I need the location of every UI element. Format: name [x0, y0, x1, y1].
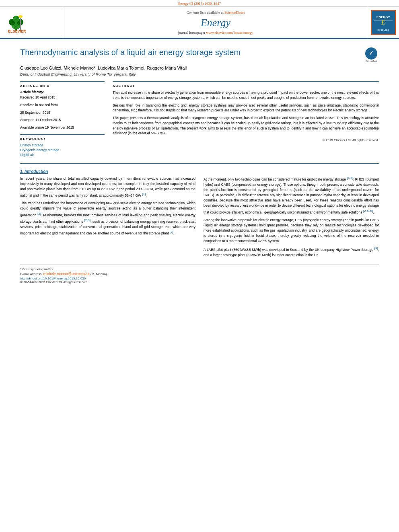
- journal-name: Energy: [201, 17, 230, 29]
- article-history-label: Article history:: [20, 90, 105, 94]
- section1-title: 1. Introduction: [20, 169, 195, 174]
- issn-text: 0360-5442/© 2015 Elsevier Ltd. All right…: [20, 280, 379, 284]
- keyword-3: Liquid air: [20, 153, 105, 157]
- abstract-section: ABSTRACT The rapid increase in the share…: [113, 81, 379, 142]
- keywords-header: Keywords:: [20, 137, 105, 141]
- svg-point-6: [19, 15, 23, 18]
- authors: Giuseppe Leo Guizzi, Michele Manno*, Lud…: [20, 66, 379, 70]
- body-section: 1. Introduction In recent years, the sha…: [20, 169, 379, 261]
- abstract-para-2: Besides their role in balancing the elec…: [113, 103, 379, 113]
- section-divider: [20, 163, 379, 164]
- energy-journal-logo: ENERGY E ELSEVIER: [371, 10, 396, 35]
- sciencedirect-link[interactable]: ScienceDirect: [224, 10, 245, 14]
- svg-text:ELSEVIER: ELSEVIER: [8, 29, 26, 33]
- article-info-header: ARTICLE INFO: [20, 84, 105, 88]
- article-footer: * Corresponding author. E-mail address: …: [20, 265, 379, 284]
- email-line: E-mail address: michele.manno@uniroma2.i…: [20, 272, 379, 276]
- title-row: Thermodynamic analysis of a liquid air e…: [20, 47, 379, 62]
- crossmark-badge[interactable]: ✓ CrossMark: [364, 47, 379, 62]
- abstract-col: ABSTRACT The rapid increase in the share…: [113, 81, 379, 158]
- journal-homepage: journal homepage: www.elsevier.com/locat…: [178, 31, 253, 35]
- body-para-3: At the moment, only two technologies can…: [204, 176, 379, 215]
- received-date: Received 10 April 2015: [20, 95, 105, 100]
- svg-text:ELSEVIER: ELSEVIER: [377, 29, 389, 31]
- crossmark-icon: ✓: [365, 47, 377, 60]
- main-content: Thermodynamic analysis of a liquid air e…: [0, 39, 399, 292]
- journal-top-bar: Energy 93 (2015) 1639–1647: [0, 0, 399, 7]
- energy-logo-container: ENERGY E ELSEVIER: [367, 7, 399, 38]
- corresponding-note: * Corresponding author.: [20, 267, 379, 271]
- svg-point-4: [13, 16, 19, 22]
- abstract-para-1: The rapid increase in the share of elect…: [113, 90, 379, 101]
- elsevier-logo-container: ELSEVIER: [0, 7, 64, 38]
- abstract-para-3: This paper presents a thermodynamic anal…: [113, 115, 379, 136]
- revised-date: 25 September 2015: [20, 110, 105, 115]
- doi-link[interactable]: http://dx.doi.org/10.1016/j.energy.2015.…: [20, 277, 379, 280]
- author-email[interactable]: michele.manno@uniroma2.it: [43, 272, 90, 276]
- available-date: Available online 19 November 2015: [20, 125, 105, 130]
- article-meta-section: ARTICLE INFO Article history: Received 1…: [20, 81, 379, 158]
- keywords-section: Keywords: Energy storage Cryogenic energ…: [20, 134, 105, 157]
- received-revised-label: Received in revised form: [20, 103, 105, 108]
- journal-header: ELSEVIER Contents lists available at Sci…: [0, 7, 399, 39]
- abstract-header: ABSTRACT: [113, 84, 379, 88]
- article-info-col: ARTICLE INFO Article history: Received 1…: [20, 81, 105, 158]
- svg-rect-5: [20, 16, 21, 31]
- body-para-2: This trend has underlined the importance…: [20, 201, 195, 236]
- homepage-link[interactable]: www.elsevier.com/locate/energy: [206, 31, 253, 35]
- journal-citation: Energy 93 (2015) 1639–1647: [178, 2, 221, 6]
- journal-center: Contents lists available at ScienceDirec…: [64, 7, 367, 38]
- article-title: Thermodynamic analysis of a liquid air e…: [20, 47, 241, 58]
- body-para-1: In recent years, the share of total inst…: [20, 176, 195, 199]
- svg-text:E: E: [381, 19, 385, 26]
- elsevier-logo-svg: ELSEVIER: [6, 12, 58, 34]
- sciencedirect-label: Contents lists available at ScienceDirec…: [187, 10, 245, 14]
- copyright-text: © 2015 Elsevier Ltd. All rights reserved…: [113, 138, 379, 142]
- body-col-right: At the moment, only two technologies can…: [204, 169, 379, 261]
- affiliation: Dept. of Industrial Engineering, Univers…: [20, 72, 379, 76]
- body-para-4: Among the innovative proposals for elect…: [204, 218, 379, 244]
- svg-text:ENERGY: ENERGY: [376, 15, 390, 19]
- body-col-left: 1. Introduction In recent years, the sha…: [20, 169, 195, 261]
- accepted-date: Accepted 11 October 2015: [20, 117, 105, 123]
- keyword-1: Energy storage: [20, 143, 105, 147]
- crossmark-label: CrossMark: [365, 60, 377, 62]
- body-para-5: A LAES pilot plant (350 kW/2.5 MWh) was …: [204, 246, 379, 258]
- keyword-2: Cryogenic energy storage: [20, 148, 105, 152]
- article-info-section: ARTICLE INFO Article history: Received 1…: [20, 81, 105, 130]
